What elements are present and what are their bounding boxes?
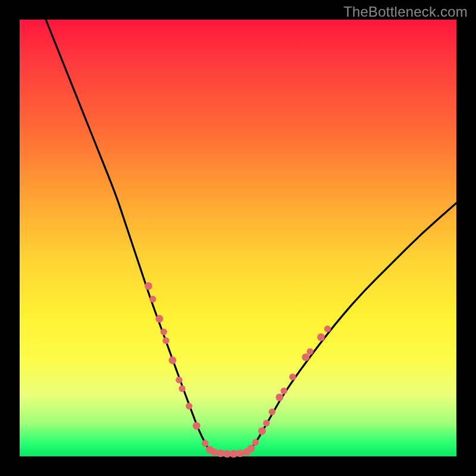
data-marker [161, 328, 167, 335]
data-marker [168, 356, 176, 364]
data-marker [176, 377, 182, 383]
data-marker [236, 449, 244, 457]
chart-frame: TheBottleneck.com [0, 0, 476, 476]
plot-area [20, 20, 456, 456]
data-marker [269, 408, 275, 415]
data-marker [275, 393, 283, 401]
data-markers [145, 282, 331, 458]
data-marker [217, 449, 224, 457]
data-marker [178, 386, 185, 392]
data-marker [263, 420, 270, 427]
data-marker [252, 439, 259, 446]
data-marker [202, 440, 208, 446]
data-marker [210, 448, 218, 456]
data-marker [223, 450, 231, 458]
data-marker [149, 296, 156, 302]
bottleneck-curve [20, 20, 456, 456]
curve-line [46, 20, 456, 454]
data-marker [302, 353, 309, 361]
data-marker [289, 374, 296, 380]
data-marker [248, 444, 255, 452]
data-marker [162, 337, 169, 344]
data-marker [155, 315, 163, 322]
data-marker [193, 422, 201, 430]
data-marker [230, 450, 237, 458]
data-marker [306, 348, 313, 355]
data-marker [258, 427, 266, 435]
data-marker [317, 333, 325, 341]
data-marker [145, 282, 152, 290]
watermark-text: TheBottleneck.com [343, 4, 468, 20]
data-marker [280, 387, 287, 394]
data-marker [324, 325, 331, 332]
data-marker [186, 403, 192, 409]
